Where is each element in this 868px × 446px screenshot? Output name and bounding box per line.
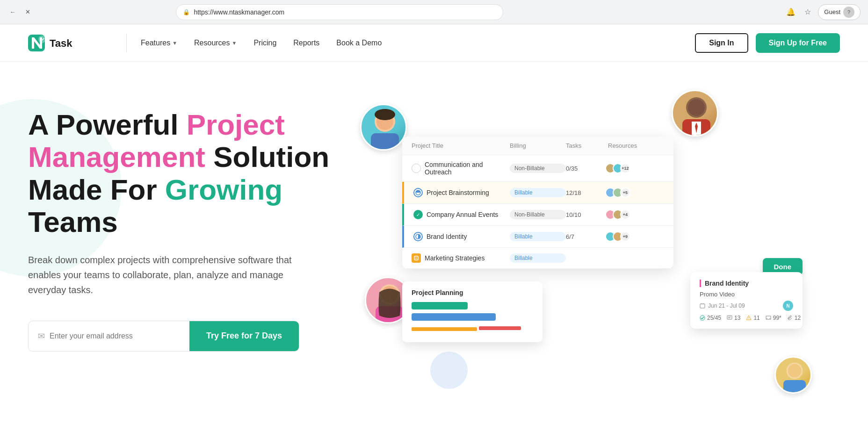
nav-reports[interactable]: Reports	[293, 39, 319, 47]
proj-icon-2	[413, 188, 423, 197]
browser-nav-buttons: ← ✕	[7, 7, 33, 17]
avatar-person-2	[672, 90, 718, 137]
features-chevron: ▼	[172, 40, 177, 46]
hero-title-teams: Teams	[28, 206, 118, 238]
back-button[interactable]: ←	[7, 7, 18, 17]
bookmark-icon[interactable]: ☆	[801, 6, 814, 19]
project-name-2: Project Brainstorming	[413, 188, 510, 197]
avatar-person-1	[360, 104, 407, 151]
res-count-4: +9	[620, 231, 630, 242]
tasks-2: 12/18	[566, 189, 608, 196]
gantt-bar-blue	[412, 313, 496, 321]
billing-4: Billable	[510, 232, 566, 241]
email-icon: ✉	[38, 331, 45, 341]
svg-rect-26	[727, 316, 732, 319]
gantt-bar-row-2	[412, 313, 533, 321]
th-billing: Billing	[510, 142, 566, 149]
stat-comments: 13	[727, 315, 740, 321]
stat-alerts: 11	[746, 315, 760, 321]
gantt-bar-row-3	[412, 324, 533, 331]
proj-icon-5	[412, 253, 421, 263]
signin-button[interactable]: Sign In	[695, 33, 748, 53]
table-row: Brand Identity Billable 6/7 +9	[402, 226, 673, 248]
blue-circle-decoration	[430, 352, 468, 389]
hero-right: Project Title Billing Tasks Resources Co…	[337, 90, 840, 417]
nav-book-demo[interactable]: Book a Demo	[336, 39, 382, 47]
svg-point-6	[375, 109, 395, 120]
nav-divider	[126, 34, 127, 52]
table-row: ✓ Company Annual Events Non-Billable 10/…	[402, 204, 673, 226]
project-name-1: Communication and Outreach	[412, 161, 510, 176]
brand-identity-popup: Brand Identity Promo Video Jun 21 - Jul …	[690, 272, 803, 329]
tasks-1: 0/35	[566, 165, 608, 172]
proj-icon-4	[413, 232, 423, 241]
tasks-4: 6/7	[566, 233, 608, 240]
table-row: Communication and Outreach Non-Billable …	[402, 155, 673, 182]
svg-rect-16	[783, 380, 806, 394]
stat-attachments: 12	[787, 315, 801, 321]
tasks-3: 10/10	[566, 211, 608, 218]
hero-title: A Powerful Project Management Solution M…	[28, 108, 346, 238]
billing-1: Non-Billable	[510, 164, 566, 173]
navbar: Task Features ▼ Resources ▼ Pricing Repo…	[0, 24, 868, 62]
hero-cta: ✉ Try Free for 7 Days	[28, 321, 299, 352]
res-count-3: +4	[620, 209, 630, 220]
project-table-header: Project Title Billing Tasks Resources	[402, 137, 673, 155]
project-name-4: Brand Identity	[413, 232, 510, 241]
site-content: Task Features ▼ Resources ▼ Pricing Repo…	[0, 24, 868, 445]
hero-title-solution: Solution	[213, 141, 329, 173]
ntask-logo[interactable]: Task	[28, 33, 94, 53]
nav-features[interactable]: Features ▼	[141, 39, 177, 47]
res-count-2: +5	[620, 187, 630, 198]
brand-popup-date: Jun 21 - Jul 09 N	[700, 301, 793, 311]
resources-chevron: ▼	[232, 40, 237, 46]
address-bar[interactable]: 🔒 https://www.ntaskmanager.com	[176, 4, 503, 20]
svg-point-17	[788, 364, 802, 378]
table-row: Marketing Strategies Billable	[402, 248, 673, 269]
gantt-bar-row-1	[412, 302, 533, 309]
svg-rect-4	[371, 133, 399, 151]
guest-avatar: ?	[843, 7, 854, 18]
guest-label: Guest	[824, 8, 840, 15]
resources-1: +12	[608, 163, 664, 173]
proj-icon-1	[412, 164, 421, 173]
billing-3: Non-Billable	[510, 210, 566, 219]
hero-title-part1: A Powerful	[28, 108, 187, 141]
brand-popup-avatar: N	[783, 301, 793, 311]
svg-point-9	[688, 99, 705, 116]
resources-2: +5	[608, 187, 664, 198]
hero-title-green: Growing	[165, 173, 282, 206]
gantt-bar-orange	[412, 327, 477, 331]
email-input-area: ✉	[29, 321, 189, 351]
project-table-card: Project Title Billing Tasks Resources Co…	[402, 137, 673, 269]
nav-pricing[interactable]: Pricing	[253, 39, 276, 47]
logo-area: Task	[28, 33, 94, 53]
res-count-1: +12	[620, 163, 630, 173]
url-text: https://www.ntaskmanager.com	[194, 8, 284, 16]
browser-actions: 🔔 ☆ Guest ?	[784, 4, 861, 20]
lock-icon: 🔒	[183, 9, 190, 15]
brand-popup-title: Brand Identity	[700, 280, 793, 287]
gantt-popup: Project Planning	[402, 281, 542, 342]
brand-popup-stats: 25/45 13 11 99*	[700, 315, 793, 321]
signup-button[interactable]: Sign Up for Free	[756, 33, 840, 53]
email-input[interactable]	[50, 332, 180, 340]
notifications-icon[interactable]: 🔔	[784, 6, 797, 19]
nav-actions: Sign In Sign Up for Free	[695, 33, 840, 53]
guest-profile-button[interactable]: Guest ?	[818, 4, 861, 20]
try-free-button[interactable]: Try Free for 7 Days	[189, 321, 299, 351]
project-name-3: ✓ Company Annual Events	[413, 210, 510, 219]
svg-text:Task: Task	[50, 37, 72, 49]
project-name-5: Marketing Strategies	[412, 253, 510, 263]
hero-left: A Powerful Project Management Solution M…	[28, 90, 346, 352]
billing-5: Billable	[510, 253, 566, 263]
close-button[interactable]: ✕	[22, 7, 33, 17]
resources-4: +9	[608, 231, 664, 242]
avatar-person-4	[774, 356, 812, 394]
hero-title-management: Management	[28, 141, 213, 173]
gantt-bar-green	[412, 302, 468, 309]
brand-popup-subtitle: Promo Video	[700, 291, 793, 298]
hero-section: A Powerful Project Management Solution M…	[0, 62, 868, 445]
hero-title-pink: Project	[187, 108, 285, 141]
nav-resources[interactable]: Resources ▼	[194, 39, 237, 47]
